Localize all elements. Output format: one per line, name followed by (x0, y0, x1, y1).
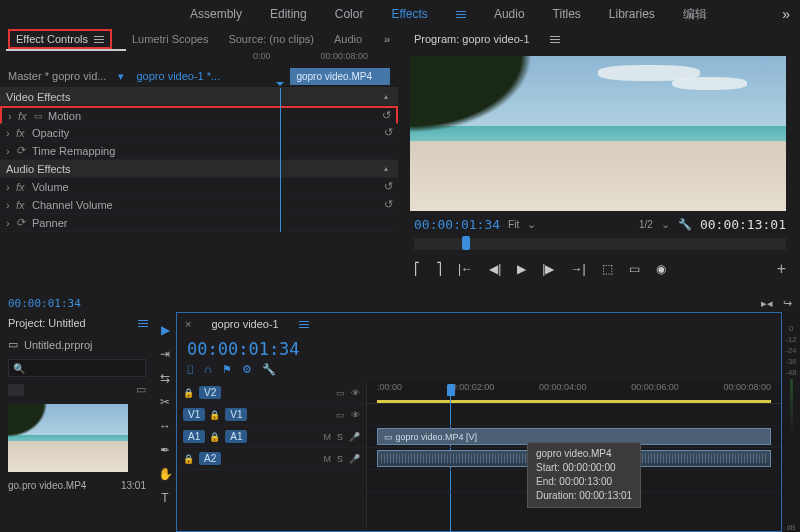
ws-tab-audio[interactable]: Audio (494, 7, 525, 21)
chevron-right-icon[interactable]: › (6, 217, 16, 229)
chevron-down-icon[interactable]: ▾ (118, 70, 124, 83)
program-menu-icon[interactable] (550, 36, 560, 43)
program-monitor[interactable] (410, 56, 786, 211)
ws-tab-edit-cn[interactable]: 编辑 (683, 6, 707, 23)
tab-program[interactable]: Program: gopro video-1 (414, 33, 530, 45)
project-menu-icon[interactable] (138, 320, 148, 327)
lock-icon[interactable]: 🔒 (209, 432, 221, 442)
lock-icon[interactable]: 🔒 (209, 410, 221, 420)
voice-icon[interactable]: 🎤 (349, 454, 360, 464)
fx-badge-icon[interactable]: fx (16, 127, 32, 139)
mute-icon[interactable]: M (323, 432, 331, 442)
go-to-in-icon[interactable]: |← (458, 262, 473, 276)
track-select-tool-icon[interactable]: ⇥ (157, 346, 173, 362)
project-search-input[interactable]: 🔍 (8, 359, 146, 377)
ec-menu-icon[interactable] (94, 36, 104, 43)
reset-icon[interactable]: ↺ (384, 198, 398, 211)
ws-tab-editing[interactable]: Editing (270, 7, 307, 21)
slip-tool-icon[interactable]: ↔ (157, 418, 173, 434)
track-v1-label[interactable]: V1 (225, 408, 247, 421)
tab-audio-mixer[interactable]: Audio (334, 33, 362, 45)
toggle-output-icon[interactable]: ▭ (336, 388, 345, 398)
go-to-out-icon[interactable]: →| (570, 262, 585, 276)
razor-tool-icon[interactable]: ✂ (157, 394, 173, 410)
tab-project[interactable]: Project: Untitled (8, 317, 86, 329)
ec-fx-motion[interactable]: › fx ▭ Motion ↺ (0, 106, 398, 124)
timeline-tracks[interactable]: :00:00 00:00:02:00 00:00:04:00 00:00:06:… (367, 382, 781, 531)
track-lane-v2[interactable] (367, 404, 781, 426)
track-header-a2[interactable]: 🔒 A2 MS🎤 (177, 448, 366, 470)
hand-tool-icon[interactable]: ✋ (157, 466, 173, 482)
linked-selection-icon[interactable]: ∩ (204, 363, 212, 376)
project-clip-thumb[interactable] (8, 404, 128, 472)
bin-icon[interactable] (8, 384, 24, 396)
crop-icon[interactable]: ▭ (34, 111, 48, 121)
list-view-icon[interactable]: ▭ (136, 383, 146, 396)
chevron-down-icon[interactable]: ⌄ (527, 218, 536, 231)
tab-sequence[interactable]: gopro video-1 (211, 318, 278, 330)
type-tool-icon[interactable]: T (157, 490, 173, 506)
program-resolution-dropdown[interactable]: 1/2 (639, 219, 653, 230)
selection-tool-icon[interactable]: ▶ (157, 322, 173, 338)
tab-source[interactable]: Source: (no clips) (228, 33, 314, 45)
reset-icon[interactable]: ↺ (384, 126, 398, 139)
step-forward-icon[interactable]: |▶ (542, 262, 554, 276)
chevron-down-icon[interactable]: ⌄ (661, 218, 670, 231)
ec-clip-bar[interactable]: gopro video.MP4 (290, 68, 390, 85)
ec-fx-volume[interactable]: › fx Volume ↺ (0, 178, 398, 196)
track-a2-label[interactable]: A2 (199, 452, 221, 465)
extract-icon[interactable]: ▭ (629, 262, 640, 276)
track-a1-label[interactable]: A1 (225, 430, 247, 443)
add-button-icon[interactable]: + (777, 260, 786, 278)
timeline-menu-icon[interactable] (299, 321, 309, 328)
fx-badge-icon[interactable]: fx (16, 199, 32, 211)
eye-icon[interactable]: 👁 (351, 388, 360, 398)
ec-time-ruler[interactable]: 0:00 00:00:08:00 (0, 51, 398, 65)
ec-fx-time-remap[interactable]: › ⟳ Time Remapping (0, 142, 398, 160)
ripple-edit-tool-icon[interactable]: ⇆ (157, 370, 173, 386)
ws-tab-titles[interactable]: Titles (553, 7, 581, 21)
tab-lumetri-scopes[interactable]: Lumetri Scopes (132, 33, 208, 45)
tab-effect-controls[interactable]: Effect Controls (8, 29, 112, 49)
ec-group-audio[interactable]: Audio Effects ▴ (0, 160, 398, 178)
ws-tab-color[interactable]: Color (335, 7, 364, 21)
ec-fx-channel-volume[interactable]: › fx Channel Volume ↺ (0, 196, 398, 214)
fx-badge-icon[interactable]: fx (16, 181, 32, 193)
mark-in-icon[interactable]: ⎡ (414, 262, 420, 276)
play-icon[interactable]: ▶ (517, 262, 526, 276)
reset-icon[interactable]: ↺ (382, 109, 396, 122)
ws-tab-assembly[interactable]: Assembly (190, 7, 242, 21)
timeline-ruler[interactable]: :00:00 00:00:02:00 00:00:04:00 00:00:06:… (367, 382, 781, 404)
track-header-v1[interactable]: V1 🔒 V1 ▭👁 (177, 404, 366, 426)
program-scrubber[interactable] (414, 238, 786, 250)
voice-icon[interactable]: 🎤 (349, 432, 360, 442)
timeline-current-tc[interactable]: 00:00:01:34 (187, 339, 300, 359)
lock-icon[interactable]: 🔒 (183, 454, 195, 464)
program-fit-dropdown[interactable]: Fit (508, 219, 519, 230)
toggle-output-icon[interactable]: ▭ (336, 410, 345, 420)
mark-out-icon[interactable]: ⎤ (436, 262, 442, 276)
lock-icon[interactable]: 🔒 (183, 388, 195, 398)
ws-tab-libraries[interactable]: Libraries (609, 7, 655, 21)
source-a1-label[interactable]: A1 (183, 430, 205, 443)
fx-badge-icon[interactable]: fx (18, 110, 34, 122)
ec-playhead[interactable] (280, 88, 281, 232)
chevron-right-icon[interactable]: › (8, 110, 18, 122)
ec-master-label[interactable]: Master * gopro vid... (8, 70, 106, 82)
chevron-right-icon[interactable]: › (6, 181, 16, 193)
collapse-icon[interactable]: ▴ (384, 92, 388, 101)
insert-icon[interactable]: ▸◂ (761, 297, 773, 310)
wrench-icon[interactable]: 🔧 (262, 363, 276, 376)
chevron-right-icon[interactable]: › (6, 199, 16, 211)
work-area-bar[interactable] (377, 400, 771, 403)
marker-icon[interactable]: ⚑ (222, 363, 232, 376)
solo-icon[interactable]: S (337, 454, 343, 464)
overwrite-icon[interactable]: ↪ (783, 297, 792, 310)
ec-fx-opacity[interactable]: › fx Opacity ↺ (0, 124, 398, 142)
step-back-icon[interactable]: ◀| (489, 262, 501, 276)
track-header-v2[interactable]: 🔒 V2 ▭👁 (177, 382, 366, 404)
chevron-right-icon[interactable]: › (6, 127, 16, 139)
program-playhead[interactable] (462, 236, 470, 250)
ws-hamburger-icon[interactable] (456, 11, 466, 18)
mute-icon[interactable]: M (323, 454, 331, 464)
